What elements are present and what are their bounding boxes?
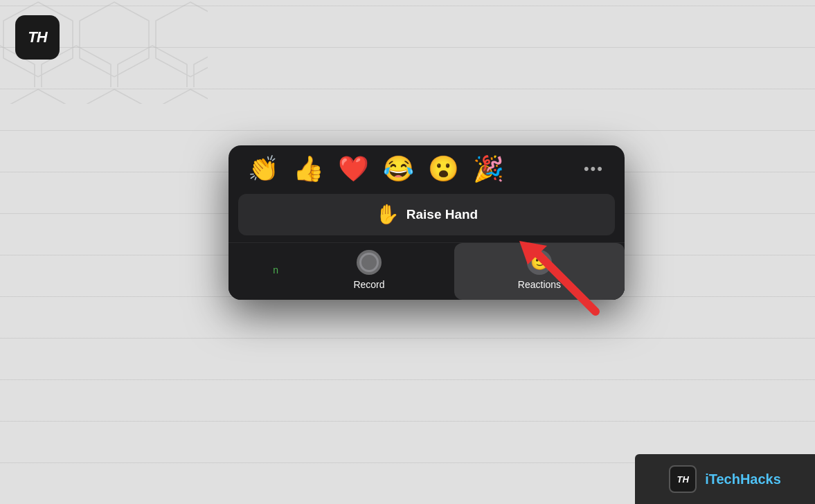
emoji-clap-button[interactable]: 👏 — [242, 154, 285, 184]
emoji-laugh-button[interactable]: 😂 — [377, 154, 420, 184]
raise-hand-label: Raise Hand — [406, 207, 478, 222]
raise-hand-icon: ✋ — [375, 205, 400, 224]
record-label: Record — [353, 279, 384, 290]
reactions-emoji-plus-icon: 🙂 — [530, 253, 549, 271]
reactions-icon: 🙂 — [527, 250, 552, 275]
brand-name: iTechHacks — [705, 471, 781, 487]
record-icon — [357, 250, 382, 275]
emoji-party-button[interactable]: 🎉 — [467, 154, 510, 184]
bottom-toolbar: n Record 🙂 Reactions — [229, 242, 625, 300]
brand-footer: TH iTechHacks — [635, 454, 815, 504]
emoji-row: 👏 👍 ❤️ 😂 😮 🎉 ••• — [229, 145, 625, 191]
site-logo: TH — [15, 15, 60, 60]
raise-hand-button[interactable]: ✋ Raise Hand — [238, 194, 615, 235]
brand-logo-box: TH — [669, 465, 697, 493]
brand-name-prefix: iTech — [705, 471, 740, 487]
emoji-thumbsup-button[interactable]: 👍 — [287, 154, 330, 184]
more-emojis-button[interactable]: ••• — [577, 156, 611, 182]
emoji-heart-button[interactable]: ❤️ — [332, 154, 375, 184]
record-circle-icon — [359, 253, 379, 272]
record-button[interactable]: Record — [284, 243, 454, 300]
logo-text: TH — [28, 28, 46, 46]
reactions-label: Reactions — [518, 279, 561, 290]
bottom-left-stub: n — [229, 243, 284, 300]
brand-logo-text: TH — [677, 474, 688, 485]
stub-text: n — [273, 264, 278, 276]
emoji-wow-button[interactable]: 😮 — [422, 154, 465, 184]
reactions-button[interactable]: 🙂 Reactions — [454, 243, 625, 300]
reactions-popup: 👏 👍 ❤️ 😂 😮 🎉 ••• ✋ Raise Hand n Record 🙂 — [229, 145, 625, 300]
brand-name-suffix: Hacks — [740, 471, 781, 487]
